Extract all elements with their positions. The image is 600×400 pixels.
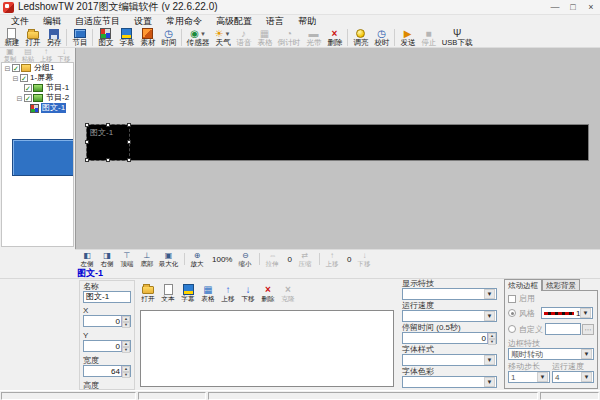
stay-time-stepper[interactable]: 0 ▲▼ [402,332,497,344]
chevron-down-icon[interactable]: ▼ [200,31,206,37]
content-subtitle-button[interactable]: 字幕 [178,283,198,303]
menu-settings[interactable]: 设置 [127,15,159,28]
x-stepper[interactable]: 0 ▲▼ [83,315,131,327]
open-button[interactable]: 打开 [22,28,43,47]
time-button[interactable]: ◷ 时间 [158,28,179,47]
maximize-button[interactable]: □ [564,1,582,14]
checkbox-checked[interactable]: ✓ [24,84,32,92]
status-segment [208,392,538,400]
align-left-button[interactable]: ◧ 左侧 [78,252,96,267]
checkbox-checked[interactable]: ✓ [20,74,28,82]
content-delete-button[interactable]: × 删除 [258,283,278,303]
chevron-down-icon[interactable]: ▼ [484,289,495,299]
spin-down-icon[interactable]: ▼ [122,372,130,378]
close-button[interactable]: × [582,1,600,14]
y-stepper[interactable]: 0 ▲▼ [83,340,131,352]
weather-button[interactable]: ☀▼ 天气 [212,28,233,47]
run-speed-select[interactable]: ▼ [402,310,497,322]
border-tab-body: 启用 风格 1 ▼ 自定义 ⋯ 边框特技 顺时转动 ▼ [504,290,598,389]
spin-down-icon[interactable]: ▼ [122,322,130,328]
menu-edit[interactable]: 编辑 [36,15,68,28]
delete-button[interactable]: × 删除 [324,28,345,47]
checkbox-checked[interactable]: ✓ [24,94,32,102]
align-bottom-button[interactable]: ⊥ 底部 [138,252,156,267]
new-button[interactable]: 新建 [1,28,22,47]
display-effect-select[interactable]: ▼ [402,288,497,300]
usb-download-button[interactable]: Ψ USB下载 [439,28,475,47]
send-button[interactable]: ▶ 发送 [397,28,418,47]
zoom-in-button[interactable]: ⊕ 放大 [188,252,206,267]
program-button[interactable]: 节目 [69,28,90,47]
sensor-button[interactable]: ◉▼ 传感器 [184,28,212,47]
style-radio [508,309,516,317]
resize-handle[interactable] [106,158,110,162]
resize-handle[interactable] [85,158,89,162]
brightness-button[interactable]: 调亮 [350,28,371,47]
content-open-button[interactable]: 打开 [138,283,158,303]
resize-handle[interactable] [85,123,89,127]
content-text-button[interactable]: 文本 [158,283,178,303]
preview-canvas[interactable]: 图文-1 [75,48,600,249]
width-stepper[interactable]: 64 ▲▼ [83,365,131,377]
checkbox-checked[interactable]: ✓ [12,64,20,72]
content-toolbar: 打开 文本 字幕 ▦ 表格 ↑ 上移 ↓ 下移 × [138,280,398,306]
content-move-up-button[interactable]: ↑ 上移 [218,283,238,303]
graphic-text-button[interactable]: 图文 [95,28,116,47]
resize-handle[interactable] [127,140,131,144]
tree-item-program-1[interactable]: ✓ 节目-1 [2,83,73,93]
compress-icon: ⇄ [302,252,309,260]
menu-file[interactable]: 文件 [4,15,36,28]
chevron-down-icon: ▼ [580,308,591,318]
save-as-button[interactable]: 另存 [43,28,64,47]
content-table-button[interactable]: ▦ 表格 [198,283,218,303]
align-top-button[interactable]: ⊤ 顶端 [118,252,136,267]
title-bar: LedshowTW 2017图文编辑软件 (v 22.6.22.0) — □ × [0,0,600,15]
chevron-down-icon[interactable]: ▼ [225,31,231,37]
tab-dynamic-border[interactable]: 炫动边框 [504,279,542,291]
table-icon: ▦ [203,284,212,295]
program-node-icon [33,94,43,102]
collapse-icon[interactable]: ⊟ [4,65,11,72]
minimize-button[interactable]: — [546,1,564,14]
chevron-down-icon[interactable]: ▼ [484,377,495,387]
chevron-down-icon[interactable]: ▼ [484,355,495,365]
arrow-down-icon: ↓ [362,252,366,260]
content-move-down-button[interactable]: ↓ 下移 [238,283,258,303]
resize-handle[interactable] [127,158,131,162]
stretch-value: 0 [287,255,291,264]
menu-language[interactable]: 语言 [259,15,291,28]
chevron-down-icon[interactable]: ▼ [484,311,495,321]
spin-down-icon[interactable]: ▼ [488,339,496,345]
arrow-down-icon: ↓ [246,284,251,295]
browse-button: ⋯ [582,324,594,335]
subtitle-button[interactable]: 字幕 [116,28,137,47]
maximize-area-button[interactable]: ▣ 最大化 [158,252,179,267]
bottom-panel: 名称 图文-1 X 0 ▲▼ Y 0 ▲▼ 宽度 64 ▲▼ 高度 56 ▲▼ … [0,278,600,390]
led-screen-preview[interactable]: 图文-1 [86,124,589,161]
menu-common-commands[interactable]: 常用命令 [159,15,209,28]
collapse-icon[interactable]: ⊟ [12,75,19,82]
align-right-button[interactable]: ◨ 右侧 [98,252,116,267]
resize-handle[interactable] [85,140,89,144]
menu-adaptive-program[interactable]: 自适应节目 [68,15,127,28]
collapse-icon[interactable]: ⊟ [16,95,23,102]
tree-item-group[interactable]: ⊟ ✓ 分组1 [2,63,73,73]
selected-area[interactable]: 图文-1 [87,125,129,160]
window-title: LedshowTW 2017图文编辑软件 (v 22.6.22.0) [18,0,218,14]
name-input[interactable]: 图文-1 [83,291,131,303]
font-color-select[interactable]: ▼ [402,376,497,388]
tree-item-program-2[interactable]: ⊟ ✓ 节目-2 [2,93,73,103]
tree-item-screen[interactable]: ⊟ ✓ 1-屏幕 [2,73,73,83]
time-sync-button[interactable]: ◷ 校时 [371,28,392,47]
tree-item-graphic-text-1[interactable]: 图文-1 [2,103,73,113]
menu-advanced-config[interactable]: 高级配置 [209,15,259,28]
resize-handle[interactable] [127,123,131,127]
menu-help[interactable]: 帮助 [291,15,323,28]
toolbar-separator [66,29,67,46]
material-button[interactable]: 素材 [137,28,158,47]
zoom-out-button[interactable]: ⊖ 缩小 [236,252,254,267]
font-style-select[interactable]: ▼ [402,354,497,366]
spin-down-icon[interactable]: ▼ [122,347,130,353]
resize-handle[interactable] [106,123,110,127]
content-list[interactable] [140,310,394,387]
